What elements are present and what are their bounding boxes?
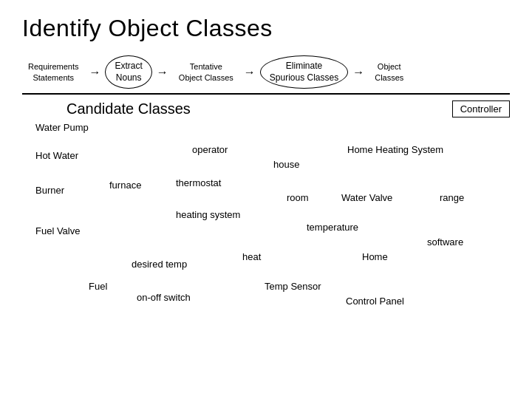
step-object-classes: ObjectClasses xyxy=(369,58,409,86)
step-requirements: RequirementsStatements xyxy=(22,58,84,86)
section-divider xyxy=(22,93,510,95)
process-flow: RequirementsStatements → ExtractNouns → … xyxy=(22,55,510,89)
item-home-heating-system: Home Heating System xyxy=(347,144,443,155)
step-extract-nouns: ExtractNouns xyxy=(105,55,151,89)
page-title: Identify Object Classes xyxy=(22,15,510,42)
candidate-header: Candidate Classes Controller xyxy=(22,100,510,117)
item-control-panel: Control Panel xyxy=(346,296,404,307)
item-heat: heat xyxy=(242,251,261,262)
arrow-1: → xyxy=(89,66,100,79)
item-home: Home xyxy=(362,251,388,262)
item-temperature: temperature xyxy=(307,222,358,233)
item-on-off-switch: on-off switch xyxy=(137,292,191,303)
controller-box: Controller xyxy=(452,100,510,117)
item-furnace: furnace xyxy=(109,180,141,191)
arrow-3: → xyxy=(244,66,256,79)
item-room: room xyxy=(287,192,309,203)
candidates-area: Water Pump Hot Water operator house Home… xyxy=(22,122,510,344)
item-water-valve: Water Valve xyxy=(341,192,392,203)
item-burner: Burner xyxy=(35,185,64,196)
item-water-pump: Water Pump xyxy=(35,122,89,133)
item-fuel: Fuel xyxy=(89,281,107,292)
item-software: software xyxy=(427,236,463,248)
item-heating-system: heating system xyxy=(176,209,240,220)
arrow-4: → xyxy=(352,66,364,79)
item-thermostat: thermostat xyxy=(176,177,221,188)
item-temp-sensor: Temp Sensor xyxy=(265,281,321,292)
item-range: range xyxy=(440,192,464,203)
page: Identify Object Classes RequirementsStat… xyxy=(0,0,532,399)
step-tentative: TentativeObject Classes xyxy=(173,58,239,86)
item-desired-temp: desired temp xyxy=(132,259,187,270)
item-operator: operator xyxy=(192,144,228,155)
arrow-2: → xyxy=(157,66,168,79)
item-fuel-valve: Fuel Valve xyxy=(35,225,80,236)
step-eliminate: EliminateSpurious Classes xyxy=(260,55,348,89)
section-title: Candidate Classes xyxy=(66,100,191,117)
item-house: house xyxy=(273,159,299,170)
item-hot-water: Hot Water xyxy=(35,150,78,161)
